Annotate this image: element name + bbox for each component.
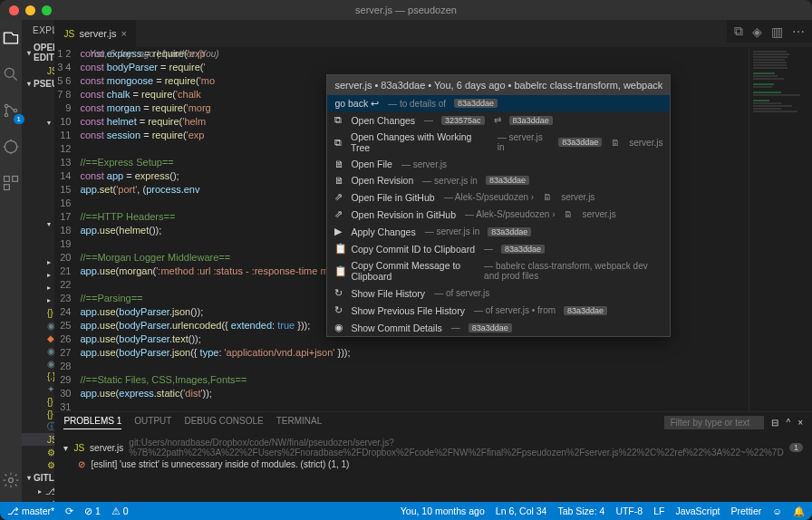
blame-status[interactable]: You, 10 months ago bbox=[401, 506, 485, 517]
tree-item[interactable]: {}package-lock.json bbox=[22, 395, 54, 408]
branch-icon: ⎇ bbox=[45, 486, 54, 496]
tree-item[interactable]: {}.babelrc bbox=[22, 306, 54, 319]
tree-folder[interactable]: ▸📁js bbox=[22, 167, 54, 179]
tree-folder[interactable]: ▸📁test bbox=[22, 294, 54, 306]
open-editor-item[interactable]: JSserver.jsM bbox=[22, 64, 54, 77]
problem-file-row[interactable]: ▾JSserver.jsgit:Users/noradbase/Dropbox/… bbox=[63, 437, 803, 458]
tree-folder[interactable]: ▾📁dist bbox=[22, 116, 54, 129]
tree-item[interactable]: ⓘREADME.md bbox=[22, 420, 54, 433]
minimize-window-button[interactable] bbox=[25, 5, 35, 15]
open-editors-header[interactable]: OPEN EDITORS bbox=[22, 41, 54, 64]
tree-item[interactable]: JSapi_routes.js bbox=[22, 91, 54, 103]
prettier-status[interactable]: Prettier bbox=[730, 506, 761, 517]
tree-folder[interactable]: ▾📁assets bbox=[22, 129, 54, 141]
tree-folder[interactable]: ▸📁src bbox=[22, 281, 54, 294]
tree-item[interactable]: ◈public.html bbox=[22, 205, 54, 217]
tab-terminal[interactable]: TERMINAL bbox=[276, 416, 323, 429]
palette-item-open-revision[interactable]: 🗎Open Revision— server.js in83a3ddae bbox=[327, 172, 670, 188]
gitlens-header[interactable]: GITLENS bbox=[22, 471, 54, 485]
tree-item[interactable]: {}package.json bbox=[22, 408, 54, 420]
more-icon[interactable]: ⋯ bbox=[792, 24, 805, 39]
tree-item[interactable]: ✦LICENSE bbox=[22, 382, 54, 395]
language-mode[interactable]: JavaScript bbox=[675, 506, 720, 517]
errors-indicator[interactable]: ⊘ 1 bbox=[84, 506, 101, 516]
encoding[interactable]: UTF-8 bbox=[615, 506, 643, 517]
debug-icon[interactable] bbox=[0, 136, 22, 158]
gitlens-item[interactable]: ▸⎇master → 0 → 31 ... bbox=[22, 485, 54, 497]
warnings-indicator[interactable]: ⚠ 0 bbox=[111, 506, 129, 516]
panel-content: ▾JSserver.jsgit:Users/noradbase/Dropbox/… bbox=[54, 433, 812, 474]
markdown-icon: ⓘ bbox=[47, 421, 54, 432]
close-icon[interactable]: × bbox=[121, 28, 126, 39]
tab-debug-console[interactable]: DEBUG CONSOLE bbox=[184, 416, 263, 429]
tree-item[interactable]: ◉.snyk bbox=[22, 357, 54, 370]
minimap[interactable] bbox=[749, 47, 812, 411]
problem-item[interactable]: ⊘[eslint] 'use strict' is unnecessary in… bbox=[63, 458, 803, 470]
palette-item-show-prev-file-history[interactable]: ↻Show Previous File History— of server.j… bbox=[327, 302, 670, 319]
command-palette-input[interactable] bbox=[327, 75, 670, 95]
palette-item-apply-changes[interactable]: ▶Apply Changes— server.js in83a3ddae bbox=[327, 223, 670, 240]
notifications-icon[interactable]: 🔔 bbox=[793, 506, 805, 517]
tree-folder[interactable]: ▸📁images bbox=[22, 154, 54, 167]
scm-icon[interactable]: 1 bbox=[0, 100, 22, 121]
open-changes-icon[interactable]: ⧉ bbox=[734, 24, 743, 39]
palette-item-open-file-github[interactable]: ⇗Open File in GitHub— Alek-S/pseudozen ›… bbox=[327, 188, 670, 206]
tree-folder[interactable]: ▸📁node_modules bbox=[22, 255, 54, 268]
palette-item-open-changes-wt[interactable]: ⧉Open Changes with Working Tree— server.… bbox=[327, 129, 670, 156]
palette-item-go-back[interactable]: go back ↩— to details of83a3ddae bbox=[327, 95, 670, 111]
tree-folder[interactable]: ▾📁model bbox=[22, 217, 54, 230]
palette-item-copy-commit-id[interactable]: 📋Copy Commit ID to Clipboard—83a3ddae bbox=[327, 240, 670, 257]
tree-folder[interactable]: ▸📁screenshot bbox=[22, 268, 54, 281]
maximize-window-button[interactable] bbox=[42, 5, 52, 15]
gitlens-icon[interactable]: ◈ bbox=[752, 24, 762, 39]
tab-server[interactable]: JS server.js × bbox=[54, 20, 136, 47]
tree-folder[interactable]: ▸📁css bbox=[22, 141, 54, 154]
explorer-icon[interactable] bbox=[0, 27, 22, 49]
feedback-icon[interactable]: ☺ bbox=[772, 506, 782, 517]
tree-item[interactable]: JSProject.js bbox=[22, 230, 54, 243]
tree-item[interactable]: JShtml_routes.js bbox=[22, 103, 54, 116]
palette-item-show-file-history[interactable]: ↻Show File History— of server.js bbox=[327, 284, 670, 302]
tab-size[interactable]: Tab Size: 4 bbox=[557, 506, 604, 517]
git-blame-annotation: You, 6 days ago | 1 author (You) bbox=[80, 47, 227, 61]
tab-bar: JS server.js × ⧉ ◈ ▥ ⋯ bbox=[54, 20, 812, 47]
tree-item[interactable]: ◆.gitignore bbox=[22, 332, 54, 344]
problems-panel: PROBLEMS 1 OUTPUT DEBUG CONSOLE TERMINAL… bbox=[54, 411, 812, 502]
filter-input[interactable] bbox=[664, 416, 764, 429]
palette-item-open-file[interactable]: 🗎Open File— server.js bbox=[327, 156, 670, 172]
tree-item[interactable]: ◈projects.html bbox=[22, 192, 54, 205]
close-window-button[interactable] bbox=[9, 5, 19, 15]
tree-item[interactable]: ⚙webpack.dev.js bbox=[22, 446, 54, 458]
project-header[interactable]: PSEUDOZEN bbox=[22, 77, 54, 91]
tree-item-server[interactable]: JSserver.jsM bbox=[22, 433, 54, 446]
close-panel-icon[interactable]: × bbox=[798, 418, 803, 428]
sidebar: EXPLORER OPEN EDITORS JSserver.jsM PSEUD… bbox=[22, 20, 54, 502]
search-icon[interactable] bbox=[0, 63, 22, 85]
tree-item[interactable]: ◉.prettierrc bbox=[22, 344, 54, 357]
palette-item-open-revision-github[interactable]: ⇗Open Revision in GitHub— Alek-S/pseudoz… bbox=[327, 206, 670, 223]
expand-icon[interactable]: ^ bbox=[786, 418, 790, 428]
tree-item[interactable]: JSUser.js bbox=[22, 243, 54, 255]
tab-problems[interactable]: PROBLEMS 1 bbox=[63, 416, 121, 429]
sync-button[interactable]: ⟳ bbox=[65, 506, 73, 516]
tab-output[interactable]: OUTPUT bbox=[134, 416, 171, 429]
collapse-all-icon[interactable]: ⊟ bbox=[771, 418, 778, 428]
tree-item[interactable]: ⚙webpack.prod.js bbox=[22, 458, 54, 471]
cursor-position[interactable]: Ln 6, Col 34 bbox=[496, 506, 547, 517]
palette-item-copy-commit-msg[interactable]: 📋Copy Commit Message to Clipboard— babel… bbox=[327, 257, 670, 284]
commit-tag: 83a3ddae bbox=[454, 99, 498, 108]
tree-item[interactable]: ◉.eslintignore bbox=[22, 319, 54, 332]
tree-item[interactable]: {.}.travis.yml bbox=[22, 370, 54, 382]
settings-icon[interactable] bbox=[0, 469, 22, 491]
palette-item-show-commit-details[interactable]: ◉Show Commit Details—83a3ddae bbox=[327, 319, 670, 336]
gitlens-branches[interactable]: ▾⎇Branches bbox=[22, 497, 54, 502]
config-icon: {} bbox=[47, 307, 53, 318]
eol[interactable]: LF bbox=[653, 506, 664, 517]
diff-icon: ⧉ bbox=[334, 137, 345, 149]
palette-item-open-changes[interactable]: ⧉Open Changes—323575ac⇄83a3ddae bbox=[327, 111, 670, 129]
tree-item[interactable]: ◈index.html bbox=[22, 179, 54, 192]
branch-indicator[interactable]: ⎇ master* bbox=[7, 506, 54, 516]
split-editor-icon[interactable]: ▥ bbox=[771, 24, 783, 39]
extensions-icon[interactable] bbox=[0, 172, 22, 194]
scm-badge: 1 bbox=[14, 114, 24, 124]
